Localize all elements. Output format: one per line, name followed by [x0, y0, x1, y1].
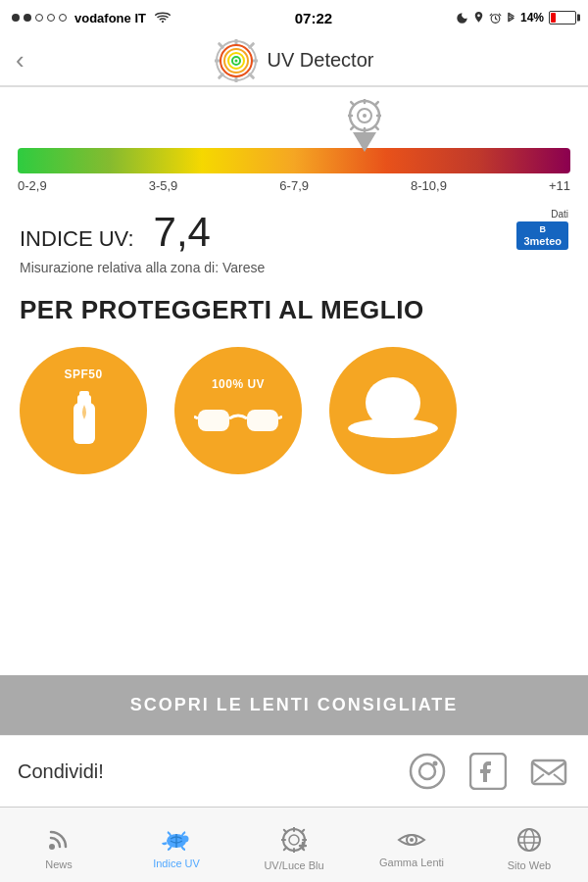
nav-title: UV Detector — [215, 39, 374, 82]
gear-plus-icon — [281, 827, 307, 857]
app-logo-icon — [215, 39, 258, 82]
uv-zone-prefix: Misurazione relativa alla zona di: — [20, 260, 219, 275]
battery-icon — [549, 11, 576, 24]
scopri-label: SCOPRI LE LENTI CONSIGLIATE — [130, 695, 459, 714]
rss-icon — [47, 828, 71, 856]
battery-fill — [551, 13, 556, 23]
uv-label-5: +11 — [549, 178, 570, 193]
signal-dot-2 — [24, 14, 31, 22]
tab-sito-web[interactable]: Sito Web — [470, 808, 588, 882]
facebook-icon — [469, 753, 507, 790]
protection-icons: SPF50 100% UV — [18, 347, 570, 474]
share-row: Condividi! — [0, 735, 588, 807]
uv-index-label: INDICE UV: — [20, 226, 134, 252]
tab-indice-uv[interactable]: Indice UV — [118, 808, 235, 882]
svg-rect-30 — [247, 410, 278, 431]
share-label: Condividi! — [18, 760, 406, 783]
uv-pointer-gear-icon — [348, 99, 381, 132]
svg-line-31 — [194, 416, 198, 418]
svg-line-52 — [302, 829, 305, 832]
location-icon — [473, 12, 484, 24]
hat-icon — [344, 371, 442, 450]
instagram-icon — [409, 753, 446, 790]
svg-line-32 — [278, 416, 282, 418]
moon-icon — [456, 12, 468, 24]
uv-index-row: INDICE UV: 7,4 Dati B 3meteo — [18, 209, 570, 256]
svg-line-49 — [284, 829, 287, 832]
signal-dot-3 — [35, 14, 43, 22]
share-instagram-button[interactable] — [406, 750, 449, 793]
svg-point-35 — [411, 755, 444, 788]
signal-dot-1 — [12, 14, 20, 22]
status-bar: vodafone IT 07:22 14% — [0, 0, 588, 35]
sunscreen-icon — [54, 385, 113, 454]
svg-point-14 — [234, 59, 237, 62]
svg-line-9 — [249, 43, 252, 47]
svg-point-59 — [524, 829, 534, 851]
bottom-section: SCOPRI LE LENTI CONSIGLIATE Condividi! — [0, 675, 588, 807]
uv-label-3: 6-7,9 — [279, 178, 309, 193]
dati-brand-text: 3meteo — [523, 235, 562, 247]
tab-indice-uv-label: Indice UV — [153, 858, 200, 869]
share-facebook-button[interactable] — [466, 750, 510, 793]
svg-point-53 — [289, 835, 299, 845]
uv-label-1: 0-2,9 — [18, 178, 47, 193]
tab-uv-luce-blu-label: UV/Luce Blu — [264, 859, 323, 871]
signal-dot-5 — [59, 14, 67, 22]
time-label: 07:22 — [295, 10, 332, 26]
nav-bar: ‹ UV Detector — [0, 35, 588, 86]
prot-label-uv: 100% UV — [212, 377, 265, 391]
uv-index-display: INDICE UV: 7,4 — [20, 209, 211, 256]
svg-line-8 — [219, 74, 222, 77]
svg-line-22 — [351, 126, 354, 129]
svg-point-40 — [49, 844, 55, 850]
uv-pointer-triangle — [353, 132, 376, 152]
uv-label-4: 8-10,9 — [411, 178, 447, 193]
turtle-icon — [162, 829, 191, 855]
uv-index-value: 7,4 — [154, 209, 211, 256]
svg-line-20 — [351, 102, 354, 105]
eye-icon — [397, 830, 426, 854]
svg-point-34 — [366, 377, 420, 428]
dati-brand-badge: B 3meteo — [516, 221, 568, 250]
svg-line-6 — [219, 43, 222, 47]
status-left: vodafone IT — [12, 11, 172, 25]
tab-bar: News Indice UV — [0, 807, 588, 882]
battery-label: 14% — [520, 11, 544, 24]
tab-sito-web-label: Sito Web — [508, 859, 551, 871]
uv-scale-labels: 0-2,9 3-5,9 6-7,9 8-10,9 +11 — [18, 178, 570, 193]
main-content: 0-2,9 3-5,9 6-7,9 8-10,9 +11 INDICE UV: … — [0, 99, 588, 474]
share-icons — [406, 750, 570, 793]
dati-brand-b3: B — [523, 224, 562, 235]
tab-news[interactable]: News — [0, 808, 118, 882]
uv-scale: 0-2,9 3-5,9 6-7,9 8-10,9 +11 — [18, 99, 570, 193]
uv-zone-value: Varese — [222, 260, 265, 275]
svg-point-37 — [433, 761, 438, 766]
svg-line-51 — [284, 847, 287, 850]
tab-uv-luce-blu[interactable]: UV/Luce Blu — [235, 808, 353, 882]
uv-pointer-group — [348, 99, 381, 152]
wifi-icon — [154, 11, 172, 24]
signal-dot-4 — [47, 14, 55, 22]
uv-index-left: INDICE UV: 7,4 — [20, 209, 211, 256]
svg-point-58 — [518, 829, 540, 851]
uv-gradient-bar — [18, 148, 570, 173]
svg-line-23 — [375, 102, 378, 105]
share-email-button[interactable] — [527, 750, 570, 793]
nav-separator — [0, 86, 588, 87]
protection-title: PER PROTEGGERTI AL MEGLIO — [18, 295, 570, 325]
svg-point-25 — [363, 114, 367, 118]
svg-point-43 — [182, 835, 189, 842]
prot-label-spf: SPF50 — [64, 368, 102, 381]
svg-point-36 — [419, 763, 435, 779]
back-button[interactable]: ‹ — [16, 45, 24, 75]
svg-line-21 — [375, 126, 378, 129]
prot-icon-hat — [329, 347, 457, 474]
carrier-label: vodafone IT — [74, 11, 146, 25]
svg-point-57 — [410, 838, 414, 842]
scopri-banner[interactable]: SCOPRI LE LENTI CONSIGLIATE — [0, 675, 588, 735]
globe-icon — [516, 827, 542, 857]
svg-rect-28 — [79, 391, 89, 397]
tab-gamma-lenti[interactable]: Gamma Lenti — [353, 808, 470, 882]
glasses-icon — [194, 395, 282, 444]
